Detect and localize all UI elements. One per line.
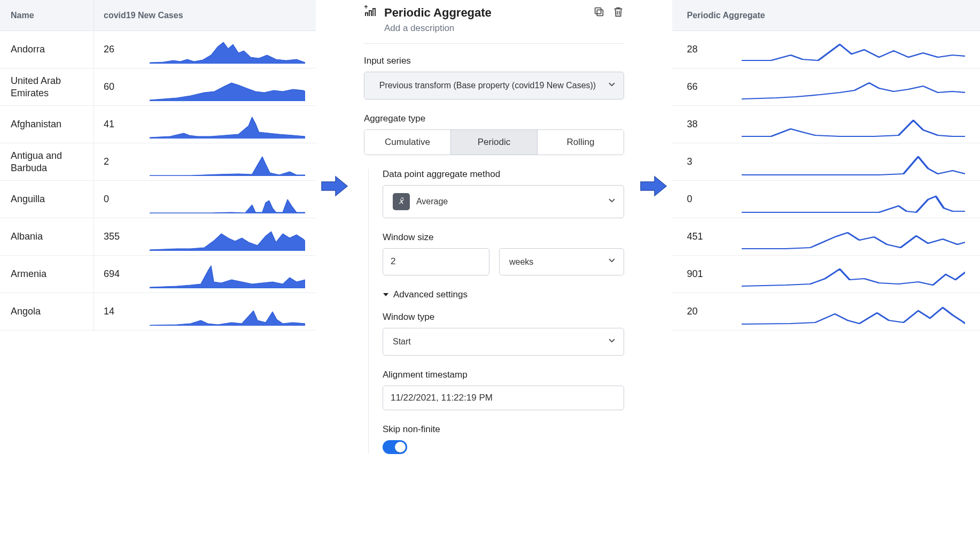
dp-method-value: Average: [416, 196, 448, 208]
input-series-value: Previous transform (Base property (covid…: [379, 81, 596, 90]
row-value: 355: [94, 218, 150, 255]
chevron-down-icon: [608, 336, 616, 348]
row-name: Anguilla: [0, 193, 94, 205]
col-header-name[interactable]: Name: [0, 11, 94, 20]
row-sparkline: [742, 106, 980, 143]
delete-icon[interactable]: [612, 6, 624, 19]
aggregate-type-label: Aggregate type: [364, 113, 624, 124]
row-sparkline: [150, 143, 316, 180]
aggregate-type-segmented: Cumulative Periodic Rolling: [364, 129, 624, 155]
flow-arrow-1: [316, 0, 353, 201]
window-size-input[interactable]: [383, 248, 489, 276]
row-sparkline: [742, 293, 980, 330]
row-value: 901: [672, 256, 742, 293]
svg-rect-1: [595, 8, 601, 14]
row-sparkline: [150, 181, 316, 218]
result-table: Periodic Aggregate 2866383045190120: [672, 0, 980, 331]
duplicate-icon[interactable]: [593, 6, 605, 19]
row-name: Armenia: [0, 268, 94, 280]
table-row[interactable]: 38: [672, 106, 980, 143]
table-row[interactable]: 901: [672, 256, 980, 293]
table-row[interactable]: Anguilla0: [0, 181, 316, 218]
transform-config-panel: Periodic Aggregate Add a description Inp…: [353, 0, 635, 468]
row-sparkline: [150, 31, 316, 68]
row-value: 3: [672, 143, 742, 180]
row-sparkline: [742, 68, 980, 105]
table-row[interactable]: 0: [672, 181, 980, 218]
transform-title: Periodic Aggregate: [384, 6, 586, 20]
advanced-settings-toggle[interactable]: Advanced settings: [383, 289, 624, 300]
chevron-down-icon: [608, 196, 616, 208]
row-name: United Arab Emirates: [0, 75, 94, 99]
skip-nonfinite-label: Skip non-finite: [383, 424, 624, 435]
source-table-header: Name covid19 New Cases: [0, 0, 316, 31]
table-row[interactable]: United Arab Emirates60: [0, 68, 316, 106]
row-value: 0: [672, 181, 742, 218]
table-row[interactable]: Andorra26: [0, 31, 316, 68]
result-table-header: Periodic Aggregate: [672, 0, 980, 31]
row-name: Angola: [0, 305, 94, 318]
row-sparkline: [742, 256, 980, 293]
chevron-down-icon: [608, 80, 616, 91]
col-header-aggregate[interactable]: Periodic Aggregate: [672, 0, 980, 30]
row-name: Afghanistan: [0, 118, 94, 130]
row-name: Albania: [0, 231, 94, 243]
row-sparkline: [150, 106, 316, 143]
chevron-down-icon: [608, 256, 616, 268]
table-row[interactable]: 66: [672, 68, 980, 106]
row-name: Antigua and Barbuda: [0, 150, 94, 174]
window-size-unit-select[interactable]: weeks: [499, 248, 624, 276]
row-sparkline: [742, 181, 980, 218]
divider: [364, 43, 624, 44]
row-sparkline: [742, 143, 980, 180]
alignment-timestamp-label: Alignment timestamp: [383, 370, 624, 380]
window-type-value: Start: [393, 336, 411, 348]
row-value: 14: [94, 293, 150, 330]
row-value: 38: [672, 106, 742, 143]
row-sparkline: [150, 218, 316, 255]
window-size-unit-value: weeks: [509, 256, 533, 268]
row-sparkline: [150, 68, 316, 105]
col-header-value[interactable]: covid19 New Cases: [94, 0, 316, 30]
row-sparkline: [150, 293, 316, 330]
aggregate-type-periodic[interactable]: Periodic: [450, 130, 537, 155]
table-row[interactable]: Afghanistan41: [0, 106, 316, 143]
table-row[interactable]: 3: [672, 143, 980, 181]
input-series-label: Input series: [364, 56, 624, 66]
row-value: 0: [94, 181, 150, 218]
row-value: 451: [672, 218, 742, 255]
window-type-select[interactable]: Start: [383, 328, 624, 356]
row-value: 41: [94, 106, 150, 143]
window-size-label: Window size: [383, 232, 624, 243]
table-row[interactable]: Armenia694: [0, 256, 316, 293]
table-row[interactable]: Antigua and Barbuda2: [0, 143, 316, 181]
skip-nonfinite-toggle[interactable]: [383, 440, 407, 454]
row-sparkline: [742, 218, 980, 255]
chart-aggregate-icon: [364, 5, 377, 20]
table-row[interactable]: 451: [672, 218, 980, 256]
aggregate-type-rolling[interactable]: Rolling: [537, 130, 624, 155]
table-row[interactable]: Albania355: [0, 218, 316, 256]
row-value: 2: [94, 143, 150, 180]
dp-method-label: Data point aggregate method: [383, 169, 624, 180]
caret-down-icon: [383, 291, 389, 298]
row-value: 28: [672, 31, 742, 68]
table-row[interactable]: Angola14: [0, 293, 316, 331]
alignment-timestamp-input[interactable]: [383, 386, 624, 410]
input-series-select[interactable]: Previous transform (Base property (covid…: [364, 72, 624, 99]
row-value: 66: [672, 68, 742, 105]
table-row[interactable]: 20: [672, 293, 980, 331]
window-type-label: Window type: [383, 312, 624, 322]
function-icon: [393, 193, 410, 210]
row-value: 694: [94, 256, 150, 293]
row-value: 60: [94, 68, 150, 105]
row-name: Andorra: [0, 43, 94, 56]
flow-arrow-2: [635, 0, 672, 201]
dp-method-select[interactable]: Average: [383, 185, 624, 218]
transform-description[interactable]: Add a description: [384, 23, 624, 34]
table-row[interactable]: 28: [672, 31, 980, 68]
svg-rect-0: [597, 10, 603, 16]
advanced-settings-label: Advanced settings: [393, 289, 468, 300]
row-value: 20: [672, 293, 742, 330]
aggregate-type-cumulative[interactable]: Cumulative: [364, 130, 450, 155]
